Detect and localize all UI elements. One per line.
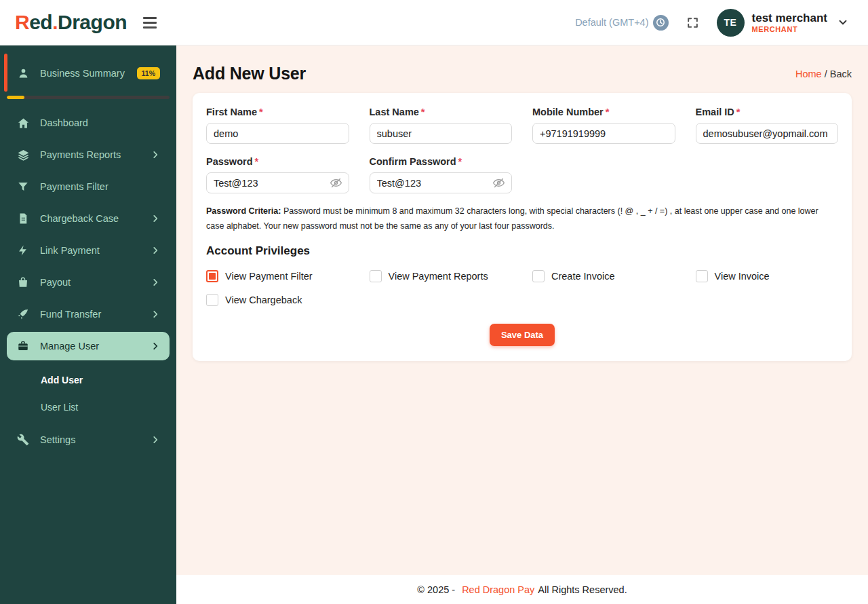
page-title: Add New User: [193, 64, 306, 83]
sidebar-item-label: Payout: [40, 277, 71, 288]
sidebar-item-chargeback-case[interactable]: Chargeback Case: [7, 204, 170, 233]
checkbox-checked[interactable]: [206, 270, 218, 282]
footer-copyright: © 2025 -: [417, 584, 455, 595]
clock-icon[interactable]: [653, 15, 669, 31]
eye-off-icon[interactable]: [492, 176, 505, 189]
app-logo[interactable]: Red.Dragon: [15, 11, 127, 34]
mobile-number-input[interactable]: [532, 123, 675, 144]
privilege-view-chargeback[interactable]: View Chargeback: [206, 294, 349, 306]
chevron-right-icon: [151, 246, 160, 255]
briefcase-icon: [16, 340, 30, 352]
last-name-input[interactable]: [370, 123, 513, 144]
field-first-name: First Name*: [206, 107, 349, 144]
field-last-name: Last Name*: [370, 107, 513, 144]
privilege-label: Create Invoice: [551, 271, 615, 282]
privilege-view-invoice[interactable]: View Invoice: [696, 270, 839, 282]
sidebar-item-label: Dashboard: [40, 117, 88, 128]
main-content: Add New User Home / Back First Name* Las…: [176, 45, 868, 604]
password-criteria-text: Password Criteria: Password must be mini…: [206, 204, 838, 234]
sidebar-item-settings[interactable]: Settings: [7, 426, 170, 454]
privilege-view-payment-reports[interactable]: View Payment Reports: [370, 270, 513, 282]
field-label: Password*: [206, 156, 349, 167]
field-label: Mobile Number*: [532, 107, 675, 117]
sidebar-item-payout[interactable]: Payout: [7, 268, 170, 297]
profile-progress-fill: [7, 96, 24, 99]
checkbox-unchecked[interactable]: [696, 270, 708, 282]
privilege-label: View Payment Reports: [389, 271, 488, 282]
sidebar-subitem-user-list[interactable]: User List: [0, 394, 176, 421]
sidebar-item-manage-user[interactable]: Manage User: [7, 332, 170, 360]
manage-user-submenu: Add User User List: [0, 364, 176, 422]
privilege-label: View Chargeback: [225, 295, 302, 305]
field-mobile-number: Mobile Number*: [532, 107, 675, 144]
bag-icon: [16, 276, 30, 288]
user-role-badge: MERCHANT: [752, 25, 827, 35]
checkbox-unchecked[interactable]: [370, 270, 382, 282]
eye-off-icon[interactable]: [330, 176, 342, 189]
sidebar-subitem-add-user[interactable]: Add User: [0, 366, 176, 394]
privilege-label: View Payment Filter: [225, 271, 313, 282]
document-icon: [16, 212, 30, 225]
field-label: Email ID*: [696, 107, 839, 117]
checkbox-unchecked[interactable]: [206, 294, 218, 306]
field-confirm-password: Confirm Password*: [370, 156, 513, 193]
breadcrumb-home-link[interactable]: Home: [795, 69, 822, 79]
sidebar-item-dashboard[interactable]: Dashboard: [7, 109, 170, 137]
sidebar-item-fund-transfer[interactable]: Fund Transfer: [7, 300, 170, 328]
sidebar-item-payments-reports[interactable]: Payments Reports: [7, 140, 170, 169]
sidebar-item-label: Payments Reports: [40, 149, 121, 160]
fullscreen-icon[interactable]: [686, 16, 699, 29]
field-label: Last Name*: [370, 107, 513, 117]
confirm-password-input[interactable]: [370, 172, 513, 193]
user-menu[interactable]: test merchant MERCHANT: [752, 11, 827, 35]
footer: © 2025 - Red Dragon Pay All Rights Reser…: [176, 575, 868, 604]
required-asterisk: *: [259, 107, 263, 117]
layers-icon: [16, 149, 30, 162]
footer-rights: All Rights Reserved.: [538, 584, 627, 595]
first-name-input[interactable]: [206, 123, 349, 144]
privilege-label: View Invoice: [715, 271, 770, 282]
save-data-button[interactable]: Save Data: [490, 324, 555, 346]
percent-badge: 11%: [137, 67, 160, 79]
breadcrumb-back-link[interactable]: Back: [830, 69, 852, 79]
funnel-icon: [16, 181, 30, 193]
wrench-icon: [16, 434, 30, 446]
required-asterisk: *: [421, 107, 425, 117]
sidebar-item-label: Manage User: [40, 341, 99, 352]
add-user-form-card: First Name* Last Name* Mobile Number* Em…: [193, 93, 852, 361]
hamburger-icon[interactable]: [143, 17, 157, 29]
email-id-input[interactable]: [696, 123, 839, 144]
chevron-right-icon: [151, 435, 160, 445]
active-indicator-bar: [4, 54, 7, 92]
footer-brand-link[interactable]: Red Dragon Pay: [462, 584, 534, 595]
privilege-view-payment-filter[interactable]: View Payment Filter: [206, 270, 349, 282]
sidebar-item-label: Payments Filter: [40, 181, 108, 192]
profile-progress-bar: [7, 96, 170, 99]
timezone-label[interactable]: Default (GMT+4): [575, 17, 648, 28]
logo-part: Dragon: [58, 11, 127, 33]
required-asterisk: *: [736, 107, 741, 117]
privileges-grid: View Payment Filter View Payment Reports…: [206, 270, 838, 306]
field-label: Confirm Password*: [370, 156, 513, 167]
privilege-create-invoice[interactable]: Create Invoice: [532, 270, 675, 282]
logo-part: ed: [29, 11, 52, 33]
password-input[interactable]: [206, 172, 349, 193]
logo-part: .: [52, 11, 58, 33]
required-asterisk: *: [606, 107, 610, 117]
required-asterisk: *: [255, 156, 259, 167]
chevron-down-icon[interactable]: [837, 16, 849, 29]
chevron-right-icon: [151, 341, 160, 351]
avatar[interactable]: TE: [717, 9, 745, 37]
account-privileges-heading: Account Privileges: [206, 244, 838, 258]
sidebar-item-payments-filter[interactable]: Payments Filter: [7, 172, 170, 201]
home-icon: [16, 117, 30, 130]
sidebar: Business Summary 11% Dashboard Payments …: [0, 45, 176, 604]
sidebar-item-business-summary[interactable]: Business Summary 11%: [7, 58, 170, 89]
checkbox-unchecked[interactable]: [532, 270, 545, 282]
person-icon: [16, 67, 30, 80]
sidebar-item-link-payment[interactable]: Link Payment: [7, 236, 170, 265]
chevron-right-icon: [151, 309, 160, 319]
top-header: Red.Dragon Default (GMT+4) TE test merch…: [0, 0, 868, 45]
chevron-right-icon: [151, 150, 160, 159]
sidebar-item-label: Business Summary: [40, 68, 125, 79]
